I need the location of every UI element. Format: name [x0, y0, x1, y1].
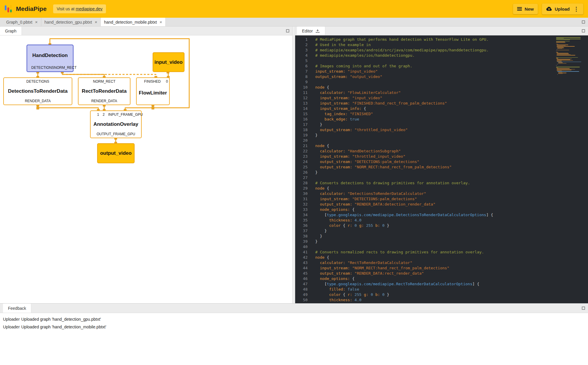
minimap[interactable] — [555, 35, 588, 303]
line-number: 25 — [295, 164, 311, 170]
code-line[interactable]: input_stream: "DETECTIONS:palm_detection… — [315, 196, 588, 202]
code-line[interactable]: } — [315, 170, 588, 175]
editor-pane-tabs: Editor — [295, 27, 588, 35]
code-line[interactable]: } — [315, 239, 588, 244]
line-number: 24 — [295, 159, 311, 164]
code-content[interactable]: # MediaPipe graph that performs hand det… — [311, 35, 588, 303]
pane-splitter[interactable] — [292, 27, 295, 303]
line-number: 42 — [295, 255, 311, 260]
code-line[interactable]: input_stream: "input_video" — [315, 69, 588, 74]
kebab-menu-icon[interactable]: ⋮ — [574, 6, 579, 12]
code-line[interactable]: } — [315, 133, 588, 138]
code-editor[interactable]: 1234567891011121314151617181920212223242… — [295, 35, 588, 303]
code-line[interactable]: calculator: "HandDetectionSubgraph" — [315, 149, 588, 154]
code-line[interactable]: thickness: 4.0 — [315, 218, 588, 223]
code-line[interactable]: input_stream: "input_video" — [315, 95, 588, 101]
code-line[interactable] — [315, 79, 588, 85]
graph-node-detections-to-render-data[interactable]: DETECTIONS DetectionsToRenderData RENDER… — [3, 77, 72, 105]
code-line[interactable]: node { — [315, 186, 588, 191]
code-line[interactable]: input_stream: "FINISHED:hand_rect_from_p… — [315, 101, 588, 106]
code-line[interactable]: } — [315, 234, 588, 239]
code-line[interactable]: output_stream: "NORM_RECT:hand_rect_from… — [315, 164, 588, 170]
code-line[interactable]: } — [315, 122, 588, 127]
code-line[interactable]: tag_index: "FINISHED" — [315, 111, 588, 117]
code-line[interactable] — [315, 138, 588, 143]
feedback-expand-icon[interactable] — [582, 307, 585, 310]
code-line[interactable] — [315, 244, 588, 250]
code-line[interactable]: color { r: 0 g: 255 b: 0 } — [315, 223, 588, 228]
line-number: 1 — [295, 37, 311, 42]
code-line[interactable]: # Used in the example in — [315, 42, 588, 48]
code-line[interactable]: # mediapipie/examples/android/src/java/c… — [315, 48, 588, 53]
code-line[interactable]: output_stream: "RENDER_DATA:detection_re… — [315, 202, 588, 207]
file-tab-hand-detection-mobile[interactable]: hand_detection_mobile.pbtxt × — [101, 18, 166, 26]
code-line[interactable]: # Converts detections to drawing primiti… — [315, 180, 588, 186]
code-line[interactable]: [type.googleapis.com/mediapipe.RectToRen… — [315, 281, 588, 287]
line-number: 8 — [295, 74, 311, 79]
code-line[interactable]: # Images coming into and out of the grap… — [315, 63, 588, 69]
code-line[interactable]: node { — [315, 255, 588, 260]
editor-expand-icon[interactable] — [582, 29, 585, 32]
code-line[interactable]: } — [315, 303, 588, 303]
expand-icon[interactable] — [582, 20, 585, 24]
graph-expand-icon[interactable] — [286, 29, 289, 32]
tab-graph[interactable]: Graph — [0, 27, 22, 35]
close-icon[interactable]: × — [95, 20, 97, 24]
code-line[interactable]: node { — [315, 85, 588, 90]
code-line[interactable]: calculator: "FlowLimiterCalculator" — [315, 90, 588, 95]
tab-feedback[interactable]: Feedback — [3, 304, 31, 313]
node-title: HandDetection — [27, 45, 73, 66]
close-icon[interactable]: × — [159, 20, 162, 24]
download-icon[interactable] — [315, 29, 320, 33]
code-line[interactable]: output_stream: "DETECTIONS:palm_detectio… — [315, 159, 588, 164]
code-line[interactable]: output_stream: "output_video" — [315, 74, 588, 79]
code-line[interactable]: node_options: { — [315, 276, 588, 281]
code-line[interactable]: input_stream: "NORM_RECT:hand_rect_from_… — [315, 265, 588, 271]
code-line[interactable]: calculator: "DetectionsToRenderDataCalcu… — [315, 191, 588, 196]
line-number: 17 — [295, 122, 311, 127]
port-label: NORM_RECT — [54, 66, 76, 69]
code-line[interactable]: [type.googleapis.com/mediapipe.Detection… — [315, 212, 588, 218]
line-number: 18 — [295, 127, 311, 133]
close-icon[interactable]: × — [35, 20, 38, 24]
line-number: 30 — [295, 191, 311, 196]
code-line[interactable]: # mediapipie/examples/ios/handdetectiong… — [315, 53, 588, 58]
new-button[interactable]: New — [513, 4, 538, 14]
port-label: 1 — [97, 113, 99, 116]
code-line[interactable]: filled: false — [315, 287, 588, 292]
file-tab-graph-0[interactable]: Graph_0.pbtxt × — [3, 18, 41, 26]
upload-button[interactable]: Upload ⋮ — [542, 4, 583, 14]
code-line[interactable]: output_stream: "throttled_input_video" — [315, 127, 588, 133]
file-tab-hand-detection-gpu[interactable]: hand_detection_gpu.pbtxt × — [41, 18, 101, 26]
line-number: 41 — [295, 250, 311, 255]
code-line[interactable]: input_stream: "throttled_input_video" — [315, 154, 588, 159]
code-line[interactable]: color { r: 255 g: 0 b: 0 } — [315, 292, 588, 297]
port-label: NORM_RECT — [93, 80, 115, 83]
app-title: MediaPipe — [16, 5, 47, 12]
line-number: 44 — [295, 265, 311, 271]
tab-editor[interactable]: Editor — [297, 27, 325, 35]
code-line[interactable]: node { — [315, 143, 588, 149]
code-line[interactable]: # MediaPipe graph that performs hand det… — [315, 37, 588, 42]
graph-node-annotation-overlay[interactable]: 1 2 INPUT_FRAME_GPU AnnotationOverlay OU… — [90, 110, 142, 138]
code-line[interactable]: # Converts normalized rects to drawing p… — [315, 250, 588, 255]
code-line[interactable]: back_edge: true — [315, 117, 588, 122]
graph-node-rect-to-render-data[interactable]: NORM_RECT RectToRenderData RENDER_DATA — [78, 77, 130, 105]
code-line[interactable]: node_options: { — [315, 207, 588, 212]
graph-node-input-video[interactable]: input_video — [153, 52, 184, 72]
code-line[interactable] — [315, 58, 588, 63]
code-line[interactable]: thickness: 4.0 — [315, 297, 588, 303]
code-line[interactable]: output_stream: "RENDER_DATA:rect_render_… — [315, 271, 588, 276]
code-line[interactable]: input_stream_info: { — [315, 106, 588, 111]
code-line[interactable] — [315, 175, 588, 180]
code-line[interactable]: calculator: "RectToRenderDataCalculator" — [315, 260, 588, 265]
graph-node-output-video[interactable]: output_video — [97, 143, 135, 163]
visit-link[interactable]: mediapipe.dev — [76, 6, 102, 11]
visit-chip: Visit us at mediapipe.dev — [53, 4, 106, 13]
code-line[interactable]: } — [315, 228, 588, 234]
line-number: 37 — [295, 228, 311, 234]
graph-canvas[interactable]: HandDetection DETECTIONS NORM_RECT input… — [0, 35, 292, 303]
line-number: 49 — [295, 292, 311, 297]
graph-node-flow-limiter[interactable]: FINISHED 0 FlowLimiter — [136, 77, 170, 105]
graph-node-hand-detection[interactable]: HandDetection DETECTIONS NORM_RECT — [27, 45, 74, 72]
